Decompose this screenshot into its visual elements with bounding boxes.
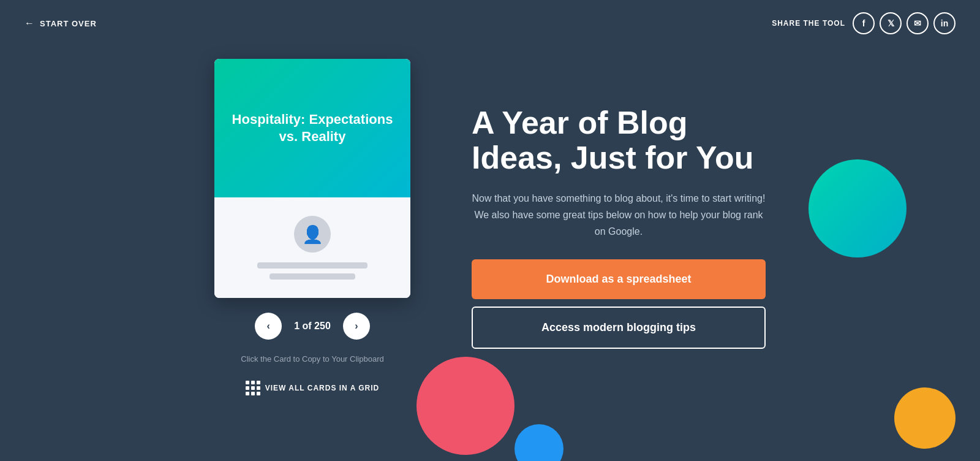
email-share-button[interactable]: ✉ — [907, 12, 929, 34]
right-section: A Year of Blog Ideas, Just for You Now t… — [472, 105, 766, 349]
view-all-label: VIEW ALL CARDS IN A GRID — [265, 384, 379, 392]
page-info: 1 of 250 — [294, 321, 331, 332]
social-icons: f 𝕏 ✉ in — [853, 12, 956, 34]
share-section: SHARE THE TOOL f 𝕏 ✉ in — [772, 12, 956, 34]
pagination: ‹ 1 of 250 › — [255, 313, 370, 340]
back-arrow-icon: ← — [24, 18, 35, 29]
card-top: Hospitality: Expectations vs. Reality — [214, 59, 410, 197]
linkedin-share-button[interactable]: in — [933, 12, 956, 34]
view-all-grid-button[interactable]: VIEW ALL CARDS IN A GRID — [246, 381, 379, 395]
clipboard-hint: Click the Card to Copy to Your Clipboard — [241, 354, 383, 364]
share-label: SHARE THE TOOL — [772, 19, 845, 28]
next-card-button[interactable]: › — [343, 313, 370, 340]
prev-card-button[interactable]: ‹ — [255, 313, 282, 340]
sub-text: Now that you have something to blog abou… — [472, 190, 766, 240]
person-icon: 👤 — [302, 224, 323, 245]
start-over-label: START OVER — [40, 19, 97, 28]
access-blogging-tips-button[interactable]: Access modern blogging tips — [472, 307, 766, 349]
card-placeholder-lines — [229, 262, 396, 280]
card-bottom: 👤 — [214, 197, 410, 298]
facebook-share-button[interactable]: f — [853, 12, 875, 34]
card-title: Hospitality: Expectations vs. Reality — [227, 111, 398, 146]
card-line-2 — [270, 273, 355, 280]
main-heading: A Year of Blog Ideas, Just for You — [472, 105, 766, 175]
blue-circle-decoration — [514, 424, 564, 461]
main-content: Hospitality: Expectations vs. Reality 👤 … — [0, 47, 980, 408]
grid-icon — [246, 381, 260, 395]
twitter-share-button[interactable]: 𝕏 — [880, 12, 902, 34]
card-line-1 — [257, 262, 368, 269]
blog-card[interactable]: Hospitality: Expectations vs. Reality 👤 — [214, 59, 410, 298]
start-over-button[interactable]: ← START OVER — [24, 18, 97, 29]
avatar: 👤 — [294, 216, 331, 253]
header: ← START OVER SHARE THE TOOL f 𝕏 ✉ in — [0, 0, 980, 47]
download-spreadsheet-button[interactable]: Download as a spreadsheet — [472, 259, 766, 299]
card-section: Hospitality: Expectations vs. Reality 👤 … — [214, 59, 410, 395]
